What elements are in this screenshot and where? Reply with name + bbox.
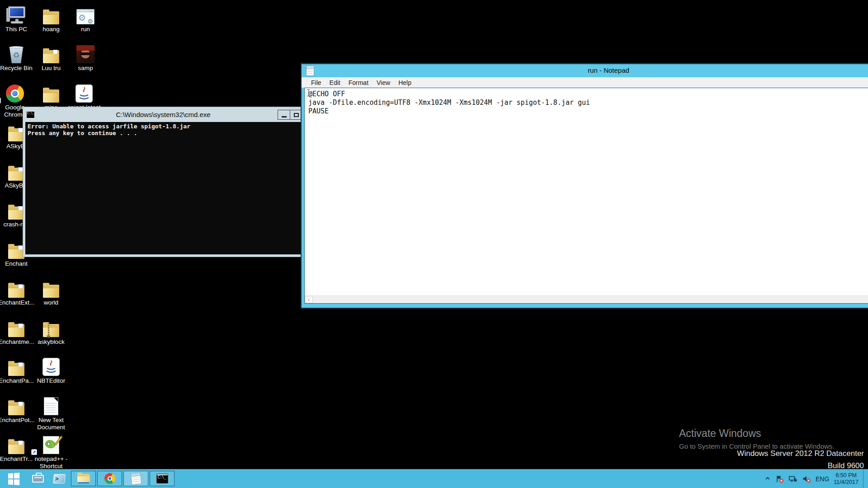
chrome-icon (104, 473, 115, 484)
taskbar-notepad[interactable] (123, 471, 148, 486)
cmd-icon: C:\_ (156, 474, 168, 483)
shortcut-arrow-icon: ↗ (31, 449, 37, 455)
horizontal-scrollbar[interactable]: ‹ (305, 296, 868, 303)
cmd-console-output[interactable]: Error: Unable to access jarfile spigot-1… (25, 122, 301, 254)
taskbar-cmd[interactable]: C:\_ (150, 471, 175, 486)
zip-folder-icon (31, 317, 71, 337)
desktop-icon-label: samp (65, 65, 106, 72)
system-tray: ENG 6:50 PM 11/4/2017 (764, 469, 868, 488)
clock-date: 11/4/2017 (834, 479, 859, 486)
image-file-icon (65, 43, 106, 63)
watermark-title: Activate Windows (679, 427, 834, 440)
os-edition-watermark: Windows Server 2012 R2 Datacenter Build … (737, 449, 864, 470)
text-line: PAUSE (308, 107, 329, 115)
notepad-edit-area[interactable]: @ECHO OFF java -Dfile.encoding=UTF8 -Xmx… (304, 88, 868, 304)
notepad-menubar: File Edit Format View Help (302, 77, 868, 88)
desktop-icon-label: askyblock (31, 338, 71, 346)
taskbar-server-manager[interactable] (27, 469, 48, 488)
notepad-window[interactable]: run - Notepad File Edit Format View Help… (301, 63, 868, 309)
desktop-icon-world[interactable]: world (31, 278, 71, 306)
text-line: java -Dfile.encoding=UTF8 -Xmx1024M -Xms… (308, 99, 590, 107)
volume-icon[interactable] (802, 475, 811, 483)
jar-file-icon (64, 83, 104, 103)
taskbar-file-explorer[interactable] (71, 471, 96, 486)
desktop-icon-new-text-document[interactable]: New Text Document (31, 395, 71, 431)
taskbar: > C:\_ ENG 6:50 PM 11/4/2017 (0, 469, 868, 488)
minimize-button[interactable] (278, 110, 290, 120)
desktop-icon-notepadpp-shortcut[interactable]: ↗ notepad++ - Shortcut (31, 434, 71, 470)
text-cursor (307, 89, 310, 96)
batch-file-icon: •••⚙⚙ (65, 5, 106, 24)
server-manager-icon (32, 475, 44, 483)
hidden-icons-button[interactable] (764, 476, 771, 482)
cmd-titlebar[interactable]: C:\. C:\Windows\system32\cmd.exe (23, 107, 303, 122)
taskbar-chrome[interactable] (97, 471, 122, 486)
menu-view[interactable]: View (373, 79, 394, 86)
text-line: @ECHO OFF (308, 90, 345, 98)
desktop-icon-askyblock-zip[interactable]: askyblock (31, 317, 71, 346)
notepad-titlebar[interactable]: run - Notepad (302, 64, 868, 77)
desktop-icon-label: world (31, 299, 71, 306)
folder-icon (31, 278, 71, 298)
scroll-left-button[interactable]: ‹ (305, 296, 313, 303)
notepad-text[interactable]: @ECHO OFF java -Dfile.encoding=UTF8 -Xmx… (305, 88, 868, 296)
minimize-icon (282, 116, 287, 117)
desktop-icon-label: run (65, 26, 106, 33)
file-explorer-icon (77, 474, 90, 483)
powershell-icon: > (52, 474, 65, 483)
desktop: { "desktop": { "icons": [ { "label": "Th… (0, 0, 868, 488)
desktop-icon-label: New Text Document (31, 417, 71, 431)
notepad-window-title: run - Notepad (302, 66, 868, 74)
activate-windows-watermark: Activate Windows Go to System in Control… (679, 427, 834, 450)
language-indicator[interactable]: ENG (816, 475, 829, 483)
chevron-up-icon (764, 476, 771, 481)
desktop-icon-label: notepad++ - Shortcut (31, 455, 71, 470)
chrome-icon: ↗ (0, 83, 35, 103)
cmd-window-title: C:\Windows\system32\cmd.exe (23, 111, 303, 118)
taskbar-clock[interactable]: 6:50 PM 11/4/2017 (834, 472, 859, 486)
menu-help[interactable]: Help (394, 79, 415, 86)
cmd-window[interactable]: C:\. C:\Windows\system32\cmd.exe Error: … (23, 107, 304, 257)
desktop-icon-samp[interactable]: samp (65, 43, 106, 72)
jar-file-icon (31, 356, 71, 376)
console-line: Error: Unable to access jarfile spigot-1… (28, 123, 190, 130)
menu-edit[interactable]: Edit (326, 79, 344, 86)
notepad-icon (130, 472, 141, 484)
desktop-icon-label: Enchant (0, 260, 37, 267)
action-center-icon[interactable] (775, 475, 784, 483)
edition-text: Windows Server 2012 R2 Datacenter (737, 449, 864, 458)
menu-file[interactable]: File (307, 79, 326, 86)
windows-logo-icon (8, 473, 19, 485)
console-line: Press any key to continue . . . (28, 130, 137, 136)
maximize-icon (294, 113, 299, 117)
desktop-icon-label: NBTEditor (31, 377, 71, 385)
show-desktop-button[interactable] (863, 469, 867, 488)
desktop-icon-nbteditor[interactable]: NBTEditor (31, 356, 71, 385)
desktop-icon-run[interactable]: •••⚙⚙ run (65, 5, 106, 33)
network-icon[interactable] (788, 475, 797, 483)
clock-time: 6:50 PM (834, 472, 859, 479)
taskbar-powershell[interactable]: > (48, 469, 70, 488)
text-file-icon (31, 395, 71, 415)
notepadpp-icon: ↗ (31, 434, 71, 454)
shortcut-arrow-icon: ↗ (0, 98, 1, 103)
menu-format[interactable]: Format (344, 79, 373, 86)
start-button[interactable] (0, 469, 27, 488)
